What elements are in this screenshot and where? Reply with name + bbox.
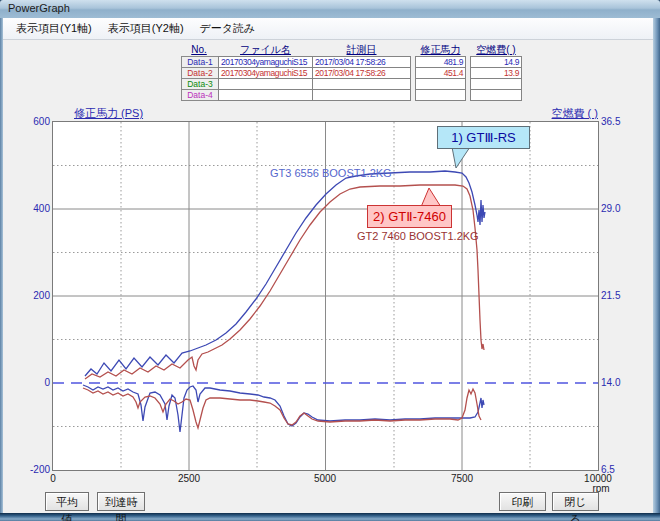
y1-tick-600: 600: [18, 116, 50, 128]
series-Data-2 空燃費: [83, 388, 481, 428]
x-tick-7500: 7500: [437, 473, 487, 484]
x-tick-2500: 2500: [164, 473, 214, 484]
menu-display-y2[interactable]: 表示項目(Y2軸): [100, 18, 192, 39]
y2-tick-14-0: 14.0: [601, 377, 637, 389]
curve-label-gt3: GT3 6556 BOOST1.2KG: [270, 167, 392, 179]
y1-axis-title: 修正馬力 (PS): [74, 106, 143, 121]
powergraph-window: PowerGraph 表示項目(Y1軸) 表示項目(Y2軸) データ読み No.…: [0, 0, 660, 521]
file-field-data4[interactable]: [218, 89, 313, 101]
y2-tick-29-0: 29.0: [601, 203, 637, 215]
y1-tick-0: 0: [18, 377, 50, 389]
date-field-data4[interactable]: [312, 89, 411, 101]
col-header-date: 計測日: [312, 44, 411, 55]
col-header-afr: 空燃費( ): [470, 44, 522, 55]
average-button[interactable]: 平均値: [45, 492, 89, 511]
window-border-right: [653, 18, 660, 513]
y2-axis-title: 空燃費 ( ): [520, 106, 598, 121]
y2-tick-21-5: 21.5: [601, 290, 637, 302]
window-border-left: [0, 18, 3, 513]
y1-tick-400: 400: [18, 203, 50, 215]
afr-field-data4[interactable]: [470, 89, 522, 101]
y2-tick-36-5: 36.5: [601, 116, 637, 128]
row-label-data4[interactable]: Data-4: [181, 89, 219, 101]
power-field-data4[interactable]: [415, 89, 466, 101]
reach-time-button[interactable]: 到達時間: [97, 492, 145, 511]
callout-gt2-7460[interactable]: 2) GTⅡ-7460: [367, 205, 452, 228]
menu-data-load[interactable]: データ読み: [192, 18, 264, 39]
callout1-tail: [452, 147, 470, 168]
x-tick-5000: 5000: [300, 473, 350, 484]
menu-bar: 表示項目(Y1軸) 表示項目(Y2軸) データ読み: [3, 18, 653, 40]
menu-display-y1[interactable]: 表示項目(Y1軸): [8, 18, 100, 39]
close-button[interactable]: 閉じる: [552, 492, 599, 511]
callout-gt3-rs[interactable]: 1) GTⅢ-RS: [437, 126, 530, 149]
col-header-no: No.: [181, 44, 217, 55]
col-header-power: 修正馬力: [415, 44, 466, 55]
x-tick-0: 0: [28, 473, 78, 484]
window-title: PowerGraph: [8, 2, 70, 14]
curve-label-gt2: GT2 7460 BOOST1.2KG: [357, 230, 479, 242]
col-header-file: ファイル名: [218, 44, 313, 55]
y1-tick-200: 200: [18, 290, 50, 302]
window-border-bottom: [0, 513, 660, 521]
print-button[interactable]: 印刷: [499, 492, 546, 511]
series-Data-1 空燃費: [83, 385, 484, 432]
title-bar[interactable]: PowerGraph: [0, 0, 660, 19]
